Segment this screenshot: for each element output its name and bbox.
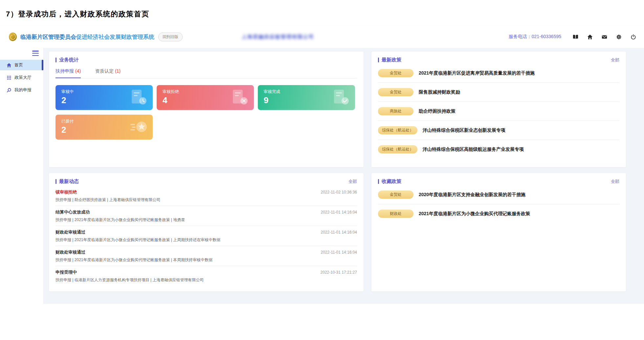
blurred-company-name: 上海君融供应链管理有限公司 [242, 34, 314, 40]
update-row[interactable]: 财政处审核通过 2022-11-01 14:16:04 扶持申报 | 2021年… [56, 226, 357, 246]
content-grid: 业务统计 扶持申报(4) 资质认定(1) 审核中 2 [44, 48, 644, 304]
update-status: 财政处审核通过 [56, 229, 85, 235]
power-icon[interactable] [630, 34, 636, 40]
update-time: 2022-11-01 14:16:04 [321, 210, 357, 215]
update-status: 镇审核拒绝 [56, 189, 77, 195]
tab-support-declaration[interactable]: 扶持申报(4) [56, 68, 81, 78]
stat-card-completed[interactable]: 审核完成 9 [258, 85, 355, 110]
gold-seal-logo-icon [8, 32, 18, 42]
policy-title: 2021年度临港新片区为小微企业购买代理记账服务政策 [419, 211, 530, 217]
sidebar: 首页 政策大厅 [0, 48, 44, 304]
update-row[interactable]: 结算中心发放成功 2022-11-01 14:16:04 扶持申报 | 2021… [56, 206, 357, 226]
update-time: 2022-11-01 14:16:04 [321, 230, 357, 235]
book-icon[interactable] [572, 34, 578, 40]
page: 7）登录成功后，进入财政系统的政策首页 临港新片区管理委员会促进经济社会发展财政… [0, 0, 644, 340]
sidebar-item-label: 我的申报 [14, 87, 32, 93]
grid-icon [7, 75, 11, 80]
panel-title: 最新政策 [378, 57, 401, 63]
system-title-part2: 促进经济社会发展财政管理系统 [76, 34, 154, 40]
stat-value: 2 [61, 125, 147, 134]
update-status: 结算中心发放成功 [56, 209, 90, 215]
doc-check-icon [331, 88, 350, 107]
policy-row[interactable]: 金贸处 2020年度临港新片区支持金融业创新发展的若干措施 [378, 185, 619, 204]
header-right-group: 服务电话：021-60336595 [509, 34, 636, 40]
latest-policies-panel: 最新政策 全部 金贸处 2021年度临港新片区促进离岸贸易高质量发展的若干措施 … [371, 52, 626, 167]
title-bar-accent [56, 179, 56, 184]
app-header: 临港新片区管理委员会促进经济社会发展财政管理系统 回到旧版 上海君融供应链管理有… [0, 26, 644, 48]
stat-label: 审核拒绝 [163, 89, 248, 95]
sidebar-item-label: 首页 [14, 62, 23, 68]
policy-row[interactable]: 金贸处 限售股减持财政奖励 [378, 83, 619, 102]
doc-clock-icon [129, 88, 148, 107]
update-detail: 扶持申报 | 临港新片区人力资源服务机构专项扶持项目 | 上海君融供应链管理有限… [56, 277, 357, 283]
policy-title: 洋山特殊综合保税区新业态创新发展专项 [423, 127, 505, 133]
update-row[interactable]: 镇审核拒绝 2022-11-02 10:36:36 扶持申报 | 助企纾困扶持政… [56, 186, 357, 206]
updates-list: 镇审核拒绝 2022-11-02 10:36:36 扶持申报 | 助企纾困扶持政… [56, 186, 357, 286]
policy-row[interactable]: 财政处 2021年度临港新片区为小微企业购买代理记账服务政策 [378, 204, 619, 223]
panel-title: 收藏政策 [378, 178, 401, 185]
update-status: 财政处审核通过 [56, 249, 85, 255]
all-link[interactable]: 全部 [611, 179, 619, 185]
latest-updates-panel: 最新动态 全部 镇审核拒绝 2022-11-02 10:36:36 扶持申报 |… [49, 173, 364, 291]
system-title: 临港新片区管理委员会促进经济社会发展财政管理系统 [20, 33, 154, 41]
tab-count: (1) [115, 68, 121, 74]
panel-title: 最新动态 [56, 178, 79, 185]
stat-card-in-review[interactable]: 审核中 2 [56, 85, 153, 110]
stat-value: 9 [264, 96, 349, 104]
update-detail: 扶持申报 | 2021年度临港新片区为小微企业购买代理记账服务政策 | 地勇星 [56, 217, 357, 223]
title-bar-accent [378, 57, 379, 62]
department-tag: 财政处 [378, 210, 413, 218]
policy-title: 2021年度临港新片区促进离岸贸易高质量发展的若干措施 [419, 70, 535, 76]
sidebar-item-my-declarations[interactable]: 我的申报 [0, 85, 43, 95]
stat-value: 2 [61, 96, 147, 104]
tab-qualification[interactable]: 资质认定(1) [95, 68, 121, 78]
coin-transfer-icon [129, 118, 148, 136]
policy-title: 2020年度临港新片区支持金融业创新发展的若干措施 [419, 192, 525, 198]
service-phone-label: 服务电话：021-60336595 [509, 34, 561, 40]
stat-value: 4 [163, 96, 248, 104]
doc-x-icon [230, 88, 249, 107]
policy-row[interactable]: 综保处（航运处） 洋山特殊综合保税区新业态创新发展专项 [378, 121, 619, 140]
home-icon[interactable] [587, 34, 593, 40]
department-tag: 商旅处 [378, 107, 413, 115]
department-tag: 综保处（航运处） [378, 145, 417, 153]
panel-title: 业务统计 [56, 57, 79, 63]
gear-icon[interactable] [616, 34, 622, 40]
business-statistics-panel: 业务统计 扶持申报(4) 资质认定(1) 审核中 2 [49, 52, 364, 167]
title-bar-accent [378, 179, 379, 184]
mail-icon[interactable] [601, 34, 607, 40]
all-link[interactable]: 全部 [348, 179, 357, 185]
department-tag: 金贸处 [378, 191, 413, 199]
collapse-menu-icon[interactable] [32, 51, 39, 56]
update-time: 2022-10-31 17:21:27 [321, 270, 357, 275]
back-to-old-version-button[interactable]: 回到旧版 [158, 33, 183, 41]
update-status: 申报受理中 [56, 269, 77, 275]
update-row[interactable]: 申报受理中 2022-10-31 17:21:27 扶持申报 | 临港新片区人力… [56, 266, 357, 286]
policy-row[interactable]: 商旅处 助企纾困扶持政策 [378, 102, 619, 121]
annotation-title: 7）登录成功后，进入财政系统的政策首页 [6, 9, 149, 19]
sidebar-item-policy-hall[interactable]: 政策大厅 [0, 72, 43, 83]
all-link[interactable]: 全部 [611, 57, 619, 63]
favorite-policies-panel: 收藏政策 全部 金贸处 2020年度临港新片区支持金融业创新发展的若干措施 财政… [371, 173, 626, 291]
update-row[interactable]: 财政处审核通过 2022-11-01 14:16:04 扶持申报 | 2021年… [56, 246, 357, 266]
department-tag: 金贸处 [378, 88, 413, 96]
stat-card-rejected[interactable]: 审核拒绝 4 [157, 85, 254, 110]
tab-count: (4) [75, 68, 81, 74]
favorites-list: 金贸处 2020年度临港新片区支持金融业创新发展的若干措施 财政处 2021年度… [378, 185, 619, 223]
policy-title: 洋山特殊综合保税区高能级航运服务产业发展专项 [423, 147, 524, 152]
sidebar-scrollbar[interactable] [42, 60, 43, 70]
stat-card-disbursed[interactable]: 已拨付 2 [56, 115, 153, 140]
title-bar-accent [56, 57, 56, 62]
search-icon [7, 88, 11, 93]
update-time: 2022-11-02 10:36:36 [321, 190, 357, 194]
sidebar-item-home[interactable]: 首页 [0, 60, 43, 70]
policy-title: 限售股减持财政奖励 [419, 89, 460, 95]
stat-label: 审核中 [61, 89, 147, 95]
policy-row[interactable]: 综保处（航运处） 洋山特殊综合保税区高能级航运服务产业发展专项 [378, 140, 619, 159]
update-time: 2022-11-01 14:16:04 [321, 250, 357, 255]
update-detail: 扶持申报 | 2021年度临港新片区为小微企业购买代理记账服务政策 | 上周期扶… [56, 237, 357, 243]
policy-row[interactable]: 金贸处 2021年度临港新片区促进离岸贸易高质量发展的若干措施 [378, 64, 619, 83]
update-detail: 扶持申报 | 2021年度临港新片区为小微企业购买代理记账服务政策 | 本周期扶… [56, 257, 357, 263]
sidebar-item-label: 政策大厅 [14, 75, 32, 80]
policy-list: 金贸处 2021年度临港新片区促进离岸贸易高质量发展的若干措施 金贸处 限售股减… [378, 64, 619, 159]
